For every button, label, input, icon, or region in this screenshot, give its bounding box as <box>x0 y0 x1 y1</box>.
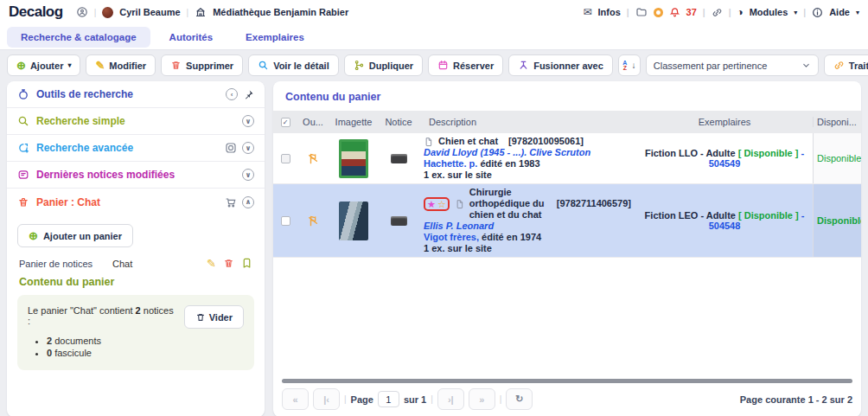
rating-stars-highlight: ★☆ <box>424 197 450 211</box>
modified-records-icon <box>17 169 29 181</box>
merge-button[interactable]: Fusionner avec <box>508 54 613 76</box>
add-basket-button[interactable]: ⊕ Ajouter un panier <box>17 224 133 247</box>
library-name[interactable]: Médiathèque Benjamin Rabier <box>213 7 348 17</box>
cart-icon[interactable] <box>225 196 237 208</box>
divider: | <box>729 8 731 17</box>
sidebar-item-recherche-simple[interactable]: Recherche simple ∨ <box>7 108 265 135</box>
record-isbn: [9782711406579] <box>557 198 631 209</box>
table-row[interactable]: Chien et chat [9782010095061] David Lloy… <box>273 133 861 184</box>
empty-basket-button[interactable]: Vider <box>184 305 244 329</box>
basket-name-value[interactable]: Chat <box>112 259 207 269</box>
notification-count[interactable]: 37 <box>686 7 697 17</box>
tab-recherche-catalogage[interactable]: Recherche & catalogage <box>7 27 150 48</box>
toolbar-right-group: AZ ↓ Classement par pertinence Traitemen… <box>618 54 868 76</box>
tab-exemplaires[interactable]: Exemplaires <box>232 27 318 48</box>
user-avatar[interactable] <box>102 7 113 18</box>
chevron-left-circle-icon[interactable]: ‹ <box>226 88 238 100</box>
results-heading: Contenu du panier <box>285 91 849 103</box>
square-in-square-icon[interactable] <box>225 142 237 154</box>
chevron-down-circle-icon[interactable]: ∨ <box>242 169 254 181</box>
row-checkbox[interactable] <box>281 216 290 226</box>
edit-basket-icon[interactable]: ✎ <box>207 257 216 270</box>
modules-menu[interactable]: Modules <box>750 7 788 17</box>
document-icon <box>424 137 433 147</box>
caret-down-icon: ▾ <box>856 9 859 16</box>
infos-link[interactable]: Infos <box>597 7 620 17</box>
advanced-search-icon <box>17 142 29 154</box>
sidebar-item-dernieres-notices[interactable]: Dernières notices modifiées ∨ <box>7 162 265 189</box>
book-cover-thumbnail[interactable] <box>339 139 368 178</box>
reserve-button[interactable]: Réserver <box>428 54 503 76</box>
first-page-button[interactable]: « <box>282 388 309 410</box>
plus-circle-icon: ⊕ <box>29 230 38 241</box>
page-number-input[interactable] <box>378 391 399 407</box>
aide-menu[interactable]: Aide <box>829 7 850 17</box>
duplicate-button[interactable]: Dupliquer <box>344 54 423 76</box>
record-title[interactable]: Chirurgie orthopédique du chien et du ch… <box>469 187 546 221</box>
chevron-down-circle-icon[interactable]: ∨ <box>242 142 254 154</box>
sidebar-item-outils-de-recherche[interactable]: Outils de recherche ‹ <box>7 81 265 108</box>
divider: | <box>500 394 502 404</box>
tab-autorites[interactable]: Autorités <box>156 27 227 48</box>
record-publisher-link[interactable]: Hachette. p. <box>424 158 477 169</box>
top-right-actions: ✉ Infos | 37 | | ◑ Modules▾ | Aide▾ <box>583 6 859 18</box>
row-checkbox[interactable] <box>281 154 290 163</box>
pin-icon[interactable] <box>243 89 254 100</box>
previous-page-button[interactable]: |‹ <box>313 388 340 410</box>
double-chevron-right-icon: » <box>479 394 484 405</box>
divider: | <box>344 394 347 404</box>
document-icon <box>455 199 464 209</box>
sidebar-item-panier-chat[interactable]: Panier : Chat ∧ <box>7 189 265 215</box>
basket-type-label: Panier de notices <box>19 259 112 269</box>
link-icon[interactable] <box>712 7 723 18</box>
sidebar-item-label: Recherche avancée <box>36 142 133 154</box>
delete-button[interactable]: Supprimer <box>161 54 243 76</box>
record-authors-link[interactable]: Ellis P. Leonard <box>424 221 631 232</box>
availability-status: Disponible <box>813 133 861 183</box>
bookmark-icon[interactable] <box>241 258 252 269</box>
star-icon[interactable]: ★ <box>427 199 436 209</box>
refresh-button[interactable]: ↻ <box>506 388 533 410</box>
star-outline-icon[interactable]: ☆ <box>437 199 446 209</box>
sort-order-select[interactable]: Classement par pertinence <box>646 54 819 76</box>
info-circle-icon <box>812 7 823 18</box>
view-detail-button[interactable]: Voir le détail <box>248 54 339 76</box>
table-row[interactable]: ★☆ Chirurgie orthopédique du chien et du… <box>273 184 861 258</box>
support-icon[interactable] <box>76 6 88 18</box>
exemplaire-collection: Fiction LEO - Adulte <box>645 210 736 221</box>
basket-icon <box>17 196 29 208</box>
folder-icon[interactable] <box>635 6 648 18</box>
edit-button[interactable]: ✎ Modifier <box>86 54 156 76</box>
record-authors-link[interactable]: David Lloyd (1945 - ...). Clive Scruton <box>424 147 590 158</box>
record-publisher-link[interactable]: Vigot frères, <box>424 232 479 242</box>
chevron-down-circle-icon[interactable]: ∨ <box>242 115 254 127</box>
unflag-icon[interactable] <box>307 214 320 227</box>
chevron-up-circle-icon[interactable]: ∧ <box>242 196 254 208</box>
next-page-button[interactable]: ›| <box>437 388 464 410</box>
batch-processing-button[interactable]: Traitements par lot▾ <box>824 54 868 76</box>
sidebar-item-recherche-avancee[interactable]: Recherche avancée ∨ <box>7 135 265 162</box>
add-button[interactable]: ⊕ Ajouter▾ <box>7 54 80 76</box>
trash-icon <box>195 312 206 323</box>
column-disponibilite: Disponi... <box>813 117 861 127</box>
bell-icon[interactable] <box>669 7 680 18</box>
unflag-icon[interactable] <box>307 152 320 165</box>
column-description: Description <box>418 114 636 130</box>
chain-icon <box>833 60 845 71</box>
availability-status: Disponible <box>813 184 861 257</box>
exemplaire-collection: Fiction LLO - Adulte <box>645 148 736 158</box>
sort-button[interactable]: AZ ↓ <box>618 54 641 76</box>
notice-type-icon <box>391 216 407 226</box>
column-imagette: Imagette <box>329 117 379 127</box>
column-notice: Notice <box>379 117 418 127</box>
select-all-checkbox[interactable]: ✓ <box>281 118 290 127</box>
user-name[interactable]: Cyril Beaume <box>119 7 180 17</box>
delete-basket-icon[interactable] <box>223 258 234 269</box>
basket-summary-text: Le panier "Chat" contient 2 notices : <box>28 305 177 326</box>
last-page-button[interactable]: » <box>469 388 495 410</box>
record-title[interactable]: Chien et chat <box>438 136 498 147</box>
notification-ring-icon[interactable] <box>654 8 663 17</box>
sort-az-icon: AZ <box>622 61 627 71</box>
book-cover-thumbnail[interactable] <box>339 202 368 240</box>
divider: | <box>703 8 705 17</box>
